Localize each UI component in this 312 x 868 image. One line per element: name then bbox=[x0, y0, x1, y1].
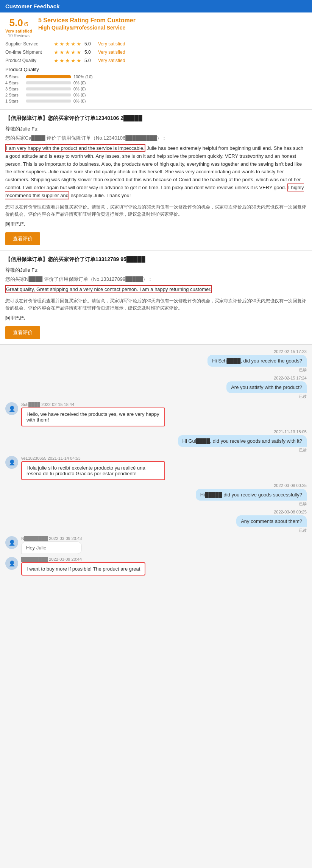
email1-note: 您可以在评价管理页查看并回复买家评价。请留意，买家填写评论后的30天内仅有一次修… bbox=[5, 204, 307, 218]
chat-message-outgoing: 2022-03-08 00:25 Any comments about them… bbox=[5, 510, 307, 533]
bar-pct: 0% (0) bbox=[73, 81, 96, 85]
bar-row: 3 Stars 0% (0) bbox=[5, 87, 307, 91]
score-number: 5.0 bbox=[9, 17, 23, 29]
star-icon: ★ bbox=[54, 41, 59, 47]
chat-read-status: 已读 bbox=[299, 448, 307, 453]
star-icon: ★ bbox=[76, 49, 81, 55]
email1-intro: 您的买家Ca████ 评价了信用保障订单（No.12340106████████… bbox=[5, 135, 307, 142]
email1-greeting: 尊敬的Julie Fu: bbox=[5, 126, 307, 132]
chat-bubble-out: Any comments about them? bbox=[236, 515, 307, 527]
bar-row: 5 Stars 100% (10) bbox=[5, 75, 307, 79]
star-icon: ★ bbox=[71, 49, 76, 55]
star-status: Very satisfied bbox=[98, 58, 125, 63]
star-score: 5.0 bbox=[84, 41, 95, 47]
chat-avatar: 👤 bbox=[5, 557, 18, 570]
star-icon: ★ bbox=[54, 58, 59, 64]
chat-incoming-content: N████████ 2022-03-09 20:43 Hey Julie bbox=[21, 536, 82, 554]
star-icon: ★ bbox=[54, 49, 59, 55]
email2-sig: 阿里巴巴 bbox=[5, 315, 307, 322]
chat-message-outgoing: 2022-02-15 17:24 Are you satisfy with th… bbox=[5, 376, 307, 399]
star-row-label: Supplier Service bbox=[5, 41, 51, 47]
bar-row: 1 Stars 0% (0) bbox=[5, 99, 307, 103]
chat-bubble-out: Hi█████ did you receive goods successful… bbox=[196, 489, 307, 501]
chat-message-incoming: 👤 Sch████ 2022-02-15 18:44 Hello, we hav… bbox=[5, 402, 307, 426]
email1-view-btn[interactable]: 查看评价 bbox=[5, 232, 40, 245]
email1-highlighted: I am very happy with the product and the… bbox=[5, 144, 145, 152]
bar-row: 2 Stars 0% (0) bbox=[5, 93, 307, 97]
email2-note: 您可以在评价管理页查看并回复买家评价。请留意，买家填写评论后的30天内仅有一次修… bbox=[5, 297, 307, 312]
bar-fill bbox=[26, 75, 71, 78]
bar-label: 4 Stars bbox=[5, 81, 23, 85]
star-icon: ★ bbox=[59, 58, 64, 64]
email2-intro: 您的买家N████ 评价了信用保障订单（No.133127899█████）： bbox=[5, 276, 307, 283]
chat-message-incoming: 👤 N████████ 2022-03-09 20:43 Hey Julie bbox=[5, 536, 307, 554]
star-row: Product Quality ★★★★★ 5.0 Very satisfied bbox=[5, 58, 307, 64]
star-score: 5.0 bbox=[84, 50, 95, 55]
bar-pct: 0% (0) bbox=[73, 99, 96, 103]
quality-right: Product Quality 5 Stars 100% (10) 4 Star… bbox=[5, 67, 307, 105]
page-wrapper: Customer Feedback 5.0 /5 Very satisfied … bbox=[0, 0, 312, 583]
chat-time: 2022-02-15 17:23 bbox=[274, 349, 307, 354]
email1-subject: 【信用保障订单】您的买家评价了订单12340106 2█████ bbox=[5, 115, 307, 122]
chat-section: 2022-02-15 17:23 Hi Sch████, did you rec… bbox=[0, 345, 312, 583]
star-status: Very satisfied bbox=[98, 41, 125, 47]
header: Customer Feedback bbox=[0, 0, 312, 12]
chat-time: 2022-02-15 17:24 bbox=[274, 376, 307, 380]
bar-track bbox=[26, 87, 71, 90]
star-row: Supplier Service ★★★★★ 5.0 Very satisfie… bbox=[5, 41, 307, 47]
chat-incoming-content: █████████ 2022-03-09 20:44 I want to buy… bbox=[21, 557, 145, 576]
chat-incoming-content: ve118230655 2021-11-14 04:53 Hola julie … bbox=[21, 456, 165, 480]
sender-info: N████████ 2022-03-09 20:43 bbox=[21, 536, 82, 541]
star-icon: ★ bbox=[76, 58, 81, 64]
bar-track bbox=[26, 100, 71, 103]
star-row: On-time Shipment ★★★★★ 5.0 Very satisfie… bbox=[5, 49, 307, 55]
email2-highlighted: Great quality, Great shipping and a very… bbox=[5, 285, 212, 293]
star-icon: ★ bbox=[65, 58, 70, 64]
star-icon: ★ bbox=[71, 58, 76, 64]
bar-pct: 100% (10) bbox=[73, 75, 96, 79]
chat-incoming-content: Sch████ 2022-02-15 18:44 Hello, we have … bbox=[21, 402, 165, 426]
chat-message-outgoing: 2021-11-13 18:05 Hi Gui████, did you rec… bbox=[5, 429, 307, 453]
chat-time: 2022-03-08 00:25 bbox=[274, 483, 307, 488]
quality-section: Product Quality 5 Stars 100% (10) 4 Star… bbox=[5, 67, 307, 105]
overall-score: 5.0 /5 Very satisfied 10 Reviews bbox=[5, 17, 32, 38]
bar-track bbox=[26, 75, 71, 78]
very-satisfied-label: Very satisfied bbox=[5, 29, 32, 33]
email2-greeting: 尊敬的Julie Fu: bbox=[5, 267, 307, 274]
chat-avatar: 👤 bbox=[5, 456, 18, 469]
email1-sig: 阿里巴巴 bbox=[5, 221, 307, 228]
stars: ★★★★★ bbox=[54, 41, 81, 47]
reviews-count: 10 Reviews bbox=[8, 33, 30, 38]
sender-info: ve118230655 2021-11-14 04:53 bbox=[21, 456, 165, 460]
bars-container: 5 Stars 100% (10) 4 Stars 0% (0) 3 Stars… bbox=[5, 75, 307, 103]
email2-view-btn[interactable]: 查看评价 bbox=[5, 326, 40, 339]
chat-bubble-in: Hey Julie bbox=[21, 541, 82, 554]
bar-label: 2 Stars bbox=[5, 93, 23, 97]
chat-time: 2022-03-08 00:25 bbox=[274, 510, 307, 514]
email1-body: I am very happy with the product and the… bbox=[5, 145, 307, 200]
ratings-title1: 5 Services Rating From Customer bbox=[38, 17, 307, 24]
star-icon: ★ bbox=[59, 41, 64, 47]
chat-bubble-in: I want to buy more if possible! The prod… bbox=[21, 562, 145, 576]
bar-track bbox=[26, 81, 71, 84]
score-suffix: /5 bbox=[24, 21, 28, 27]
star-row-label: Product Quality bbox=[5, 58, 51, 63]
chat-read-status: 已读 bbox=[299, 367, 307, 373]
chat-avatar: 👤 bbox=[5, 402, 18, 415]
email-section-1: 【信用保障订单】您的买家评价了订单12340106 2█████ 尊敬的Juli… bbox=[0, 110, 312, 251]
bar-row: 4 Stars 0% (0) bbox=[5, 81, 307, 85]
email2-body: Great quality, Great shipping and a very… bbox=[5, 286, 307, 294]
star-icon: ★ bbox=[59, 49, 64, 55]
sender-info: Sch████ 2022-02-15 18:44 bbox=[21, 402, 165, 407]
bar-label: 1 Stars bbox=[5, 99, 23, 103]
header-title: Customer Feedback bbox=[5, 3, 59, 9]
email2-subject: 【信用保障订单】您的买家评价了订单13312789 95█████ bbox=[5, 256, 307, 263]
ratings-title2: High Quality&Professional Service bbox=[38, 25, 307, 31]
quality-title: Product Quality bbox=[5, 67, 307, 72]
star-icon: ★ bbox=[76, 41, 81, 47]
chat-bubble-out: Hi Gui████, did you receive goods and sa… bbox=[178, 435, 307, 447]
star-icon: ★ bbox=[65, 49, 70, 55]
chat-bubble-out: Are you satisfy with the product? bbox=[226, 381, 307, 393]
chat-bubble-out: Hi Sch████, did you receive the goods? bbox=[207, 355, 307, 367]
email1-body-part4: especially Julie. Thank you! bbox=[69, 193, 131, 198]
